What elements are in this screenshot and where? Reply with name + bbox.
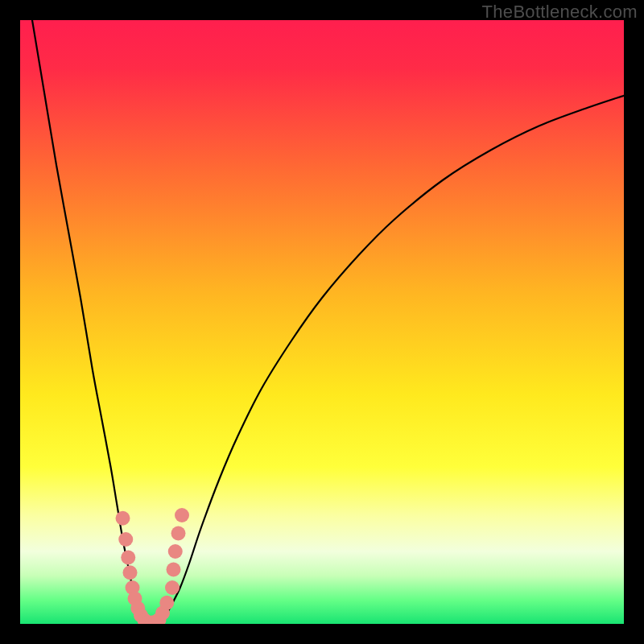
curve-marker bbox=[175, 508, 189, 522]
chart-plot bbox=[20, 20, 624, 624]
curve-marker bbox=[159, 596, 174, 610]
curve-marker bbox=[171, 526, 186, 541]
curve-marker bbox=[121, 551, 135, 565]
curve-marker bbox=[123, 565, 138, 580]
curve-marker bbox=[167, 563, 181, 577]
curve-marker bbox=[168, 544, 183, 559]
curve-marker bbox=[118, 532, 133, 547]
gradient-background bbox=[20, 20, 624, 624]
curve-marker bbox=[165, 580, 180, 595]
chart-frame: TheBottleneck.com bbox=[0, 0, 644, 644]
curve-marker bbox=[116, 511, 130, 526]
